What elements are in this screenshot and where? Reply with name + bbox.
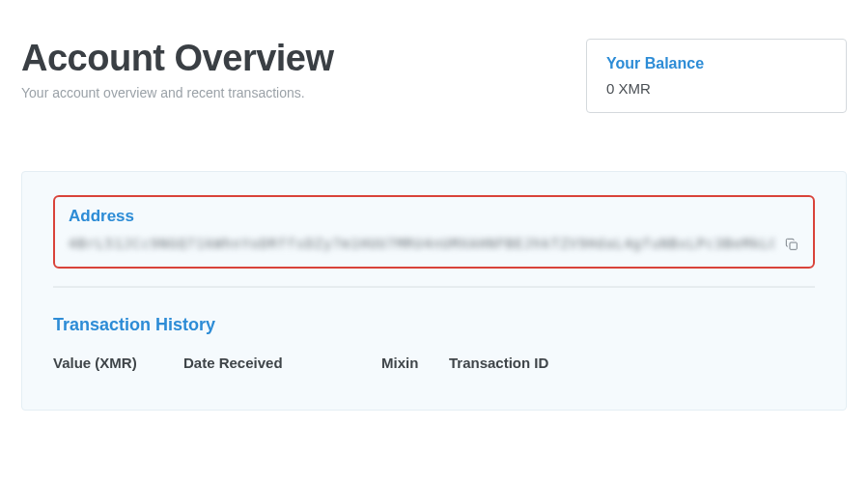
page-subtitle: Your account overview and recent transac… (21, 85, 586, 100)
main-panel: Address 4BrL51JCc9NGQ71kWhnYoDRffsDZy7m1… (21, 171, 847, 411)
address-label: Address (69, 207, 799, 226)
page-title: Account Overview (21, 39, 586, 79)
balance-label: Your Balance (606, 55, 826, 72)
balance-card: Your Balance 0 XMR (586, 39, 847, 113)
divider (53, 286, 815, 288)
column-header-txid: Transaction ID (449, 355, 815, 371)
svg-rect-0 (790, 242, 797, 249)
address-value: 4BrL51JCc9NGQ71kWhnYoDRffsDZy7m1HUU7MRU4… (69, 236, 774, 253)
copy-icon[interactable] (784, 237, 799, 252)
address-section: Address 4BrL51JCc9NGQ71kWhnYoDRffsDZy7m1… (53, 195, 815, 269)
transaction-history-label: Transaction History (53, 315, 815, 335)
balance-value: 0 XMR (606, 80, 826, 97)
column-header-date: Date Received (183, 355, 381, 371)
column-header-mixin: Mixin (381, 355, 449, 371)
column-header-value: Value (XMR) (53, 355, 183, 371)
transaction-table-header: Value (XMR) Date Received Mixin Transact… (53, 355, 815, 371)
